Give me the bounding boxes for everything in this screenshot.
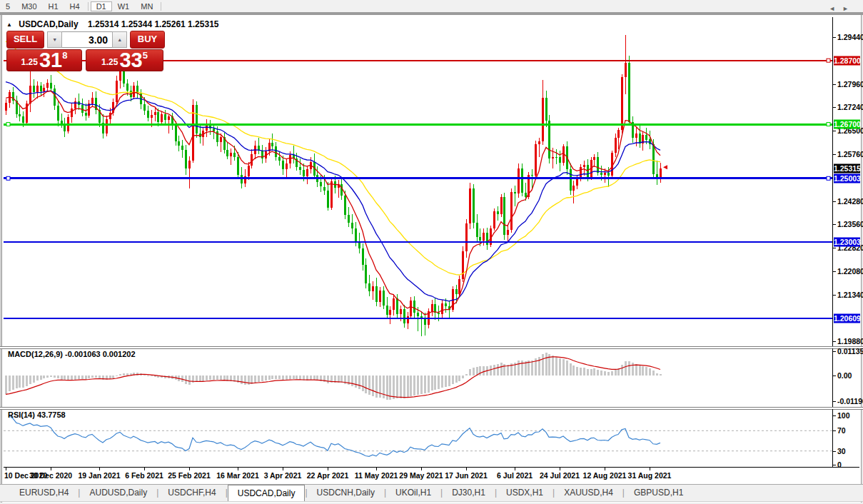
tab-eurusd[interactable]: EURUSD,H4: [10, 485, 78, 501]
timeframe-d1[interactable]: D1: [91, 1, 112, 11]
time-tick: [189, 468, 190, 470]
time-tick: [421, 468, 422, 470]
tab-scroll-arrows: ◄►: [829, 5, 856, 12]
price-tick: [833, 341, 836, 342]
time-tick-label: 11 May 2021: [355, 471, 398, 480]
tab-scroll-right-icon[interactable]: ►: [842, 5, 856, 12]
volume-stepper: ▼ ▲: [47, 31, 127, 48]
tab-dj30[interactable]: DJ30,H1: [443, 485, 495, 501]
timeframe-w1[interactable]: W1: [112, 1, 136, 11]
rsi-tick: [833, 415, 836, 416]
price-tick-label: 1.27240: [837, 103, 863, 111]
buy-button[interactable]: BUY: [130, 31, 165, 49]
tab-usdx[interactable]: USDX,H1: [497, 485, 552, 501]
tab-xauusd[interactable]: XAUUSD,H4: [555, 485, 622, 501]
tab-ukoil[interactable]: UKOil,H1: [386, 485, 440, 501]
price-badge-1.26700: 1.26700: [834, 120, 860, 129]
price-tick: [833, 248, 836, 248]
time-tick-label: 17 Jun 2021: [445, 471, 488, 480]
ask-pipette: 5: [143, 50, 148, 61]
price-scale[interactable]: 1.294401.279601.272401.265001.257601.242…: [832, 17, 859, 347]
current-price-badge: 1.25315: [834, 164, 860, 173]
time-tick-label: 19 Jan 2021: [79, 471, 121, 480]
line-handle[interactable]: [827, 176, 830, 180]
macd-histogram: [5, 353, 662, 399]
price-tick: [833, 84, 836, 85]
toolbar-separator: [88, 2, 89, 11]
chart-ohlc-values: 1.25314 1.25344 1.25261 1.25315: [88, 19, 219, 29]
rsi-pane: RSI(14) 43.7758 10070300: [4, 409, 859, 467]
tab-gbpusd[interactable]: GBPUSD,H1: [625, 485, 692, 501]
chart-symbol-label: USDCAD,Daily: [19, 19, 78, 29]
rsi-scale: 10070300: [832, 409, 859, 467]
price-tick: [833, 131, 836, 131]
collapse-panel-icon[interactable]: ▲: [6, 21, 12, 28]
toolbar-separator: [161, 2, 161, 11]
tab-usdchf[interactable]: USDCHF,H4: [158, 485, 225, 501]
time-tick: [238, 468, 238, 470]
window-frame-top: [0, 12, 863, 15]
price-badge-1.23003: 1.23003: [834, 238, 860, 247]
time-tick: [328, 468, 328, 470]
ask-price-button[interactable]: 1.25 33 5: [86, 49, 163, 71]
rsi-plot[interactable]: [4, 409, 832, 467]
timeframe-m30[interactable]: M30: [16, 1, 42, 11]
line-handle[interactable]: [6, 176, 10, 180]
price-marker-icon: [663, 165, 667, 169]
chart-tab-bar: EURUSD,H4|AUDUSD,Daily|USDCHF,H4|USDCAD,…: [0, 484, 863, 502]
timeframe-h4[interactable]: H4: [64, 1, 86, 11]
time-tick-label: 29 May 2021: [399, 471, 443, 480]
time-tick: [605, 468, 605, 470]
time-axis[interactable]: 10 Dec 202030 Dec 202019 Jan 20216 Feb 2…: [4, 468, 859, 483]
sell-button[interactable]: SELL: [6, 31, 44, 49]
time-tick-label: 31 Aug 2021: [628, 471, 672, 480]
macd-tick: [833, 376, 836, 376]
bid-prefix: 1.25: [21, 57, 38, 67]
time-tick-label: 6 Feb 2021: [125, 471, 163, 480]
bid-price-button[interactable]: 1.25 31 8: [6, 49, 82, 71]
price-tick-label: 1.19880: [837, 337, 863, 346]
bid-big-digits: 31: [39, 51, 62, 69]
price-tick: [833, 37, 836, 38]
moving-average-20[interactable]: [6, 82, 660, 301]
time-tick-label: 25 Feb 2021: [168, 471, 211, 480]
price-badge-1.25003: 1.25003: [834, 174, 860, 183]
timeframe-5[interactable]: 5: [0, 1, 16, 11]
time-tick-label: 24 Jul 2021: [540, 471, 580, 480]
line-handle[interactable]: [6, 123, 10, 126]
tab-usdcad[interactable]: USDCAD,Daily: [228, 485, 306, 501]
time-tick: [466, 468, 467, 470]
volume-increase-icon[interactable]: ▲: [112, 31, 127, 48]
moving-average-40[interactable]: [6, 41, 660, 275]
rsi-tick-label: 100: [837, 411, 850, 420]
price-tick-label: 1.22080: [837, 267, 863, 276]
time-tick-label: 12 Aug 2021: [583, 471, 627, 480]
volume-decrease-icon[interactable]: ▼: [47, 31, 62, 48]
price-tick-label: 1.21340: [837, 291, 863, 299]
tab-usdcnh[interactable]: USDCNH,Daily: [308, 485, 384, 501]
time-tick: [51, 468, 51, 470]
time-tick: [144, 468, 145, 470]
timeframe-h1[interactable]: H1: [43, 1, 64, 11]
ask-big-digits: 33: [119, 51, 142, 69]
tab-scroll-left-icon[interactable]: ◄: [829, 5, 842, 12]
price-tick-label: 1.25760: [837, 150, 863, 158]
time-tick-label: 3 Apr 2021: [264, 471, 302, 480]
line-handle[interactable]: [827, 59, 830, 62]
macd-tick-label: 0.00: [837, 371, 852, 380]
price-tick-label: 1.29440: [837, 33, 863, 41]
macd-tick-label: 0.01135: [837, 347, 863, 356]
macd-tick: [833, 351, 836, 352]
macd-tick: [833, 401, 836, 402]
time-tick: [560, 468, 560, 470]
tab-audusd[interactable]: AUDUSD,Daily: [80, 485, 156, 501]
macd-scale: 0.011350.00-0.01190: [832, 348, 859, 408]
line-handle[interactable]: [827, 123, 830, 126]
volume-input[interactable]: [62, 31, 112, 48]
rsi-tick: [833, 430, 836, 431]
price-tick-label: 1.27960: [837, 80, 863, 89]
timeframe-mn[interactable]: MN: [135, 1, 158, 11]
time-tick: [99, 468, 100, 470]
time-tick-label: 22 Apr 2021: [307, 471, 349, 480]
rsi-tick-label: 70: [837, 426, 846, 435]
